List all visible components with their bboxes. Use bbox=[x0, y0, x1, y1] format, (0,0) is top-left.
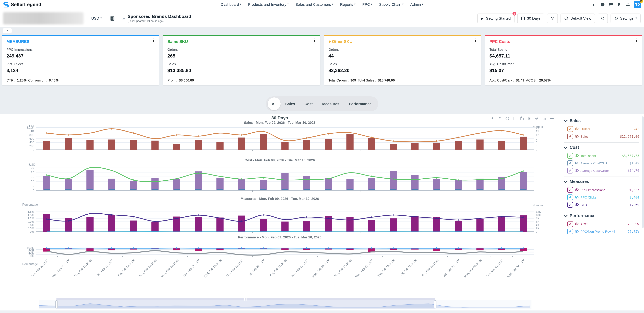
svg-text:0.9%: 0.9% bbox=[28, 220, 34, 223]
legend-item[interactable]: PPC Impressions191,027 bbox=[564, 186, 639, 193]
report-icon[interactable] bbox=[527, 116, 532, 121]
legend-item[interactable]: Sales$12,771.00 bbox=[564, 133, 639, 140]
chart-plot-sales[interactable]: 00200340066009800121K151.20K18 bbox=[20, 126, 548, 154]
legend-item-value: 191,027 bbox=[626, 188, 639, 192]
legend-section-header[interactable]: Performance bbox=[564, 213, 639, 218]
visibility-toggle-icon[interactable] bbox=[575, 161, 579, 165]
download-icon[interactable] bbox=[490, 116, 494, 121]
legend-item[interactable]: Total spent$3,587.73 bbox=[564, 152, 639, 159]
legend-item-value: $1.49 bbox=[630, 161, 639, 165]
x-axis-date-label: Fri, Feb 13, 2026 bbox=[96, 258, 114, 276]
currency-value: USD bbox=[91, 16, 99, 20]
tab-cost[interactable]: Cost bbox=[300, 97, 318, 110]
visibility-toggle-icon[interactable] bbox=[575, 168, 579, 172]
color-picker-button[interactable] bbox=[567, 202, 573, 207]
currency-select[interactable]: USD ▾ bbox=[87, 11, 106, 26]
color-picker-button[interactable] bbox=[567, 160, 573, 166]
tab-performance[interactable]: Performance bbox=[344, 97, 376, 110]
tab-all[interactable]: All bbox=[268, 97, 280, 110]
brand[interactable]: SellerLegend bbox=[0, 1, 42, 8]
filter-button[interactable] bbox=[547, 13, 558, 23]
settings-button[interactable]: ⚙ Settings ▾ bbox=[611, 13, 640, 23]
collapse-cards-button[interactable] bbox=[3, 29, 12, 33]
line-chart-icon[interactable] bbox=[535, 116, 539, 121]
expand-horizontal-icon[interactable] bbox=[550, 116, 554, 121]
kebab-menu-icon[interactable]: ⋮ bbox=[152, 38, 156, 42]
legend-item[interactable]: Average Cost/Click$1.49 bbox=[564, 159, 639, 167]
visibility-toggle-icon[interactable] bbox=[575, 188, 579, 192]
visibility-toggle-icon[interactable] bbox=[575, 203, 579, 207]
legend-item[interactable]: Average Cost/Order$14.76 bbox=[564, 167, 639, 174]
navigator-grip[interactable]: ▌▌ bbox=[244, 298, 248, 300]
nav-item-admin[interactable]: Admin▾ bbox=[410, 2, 423, 7]
card-footer-label: Conversion : bbox=[28, 79, 47, 82]
color-picker-button[interactable] bbox=[567, 194, 573, 200]
color-picker-button[interactable] bbox=[567, 153, 573, 158]
nav-item-reports[interactable]: Reports▾ bbox=[340, 2, 356, 7]
navigator-left-handle[interactable] bbox=[56, 300, 58, 308]
color-picker-button[interactable] bbox=[567, 221, 573, 227]
svg-text:8K: 8K bbox=[536, 217, 539, 220]
upload-icon[interactable] bbox=[498, 116, 502, 121]
widget-settings-button[interactable]: ⚙ bbox=[598, 13, 608, 23]
card-metric-value: 249,437 bbox=[6, 53, 155, 59]
getting-started-button[interactable]: ▶ Getting Started 1 bbox=[477, 13, 514, 23]
svg-text:15: 15 bbox=[31, 175, 34, 179]
visibility-toggle-icon[interactable] bbox=[575, 127, 579, 131]
kebab-menu-icon[interactable]: ⋮ bbox=[312, 38, 316, 42]
legend-item[interactable]: Orders243 bbox=[564, 125, 639, 133]
legend-section-header[interactable]: Sales bbox=[564, 118, 639, 123]
color-picker-button[interactable] bbox=[567, 168, 573, 173]
bell-icon[interactable] bbox=[626, 2, 630, 7]
date-range-button[interactable]: 30 Days bbox=[517, 13, 544, 23]
chart-plot-cost[interactable]: 0510152025 bbox=[20, 165, 548, 194]
color-picker-button[interactable] bbox=[567, 228, 573, 234]
bookmark-icon[interactable] bbox=[617, 2, 622, 7]
account-selector-redacted[interactable] bbox=[3, 12, 84, 24]
navigator-selection[interactable]: ▌▌ bbox=[56, 298, 435, 309]
range-navigator[interactable]: ▌▌ bbox=[39, 300, 532, 309]
color-picker-button[interactable] bbox=[567, 133, 573, 139]
chevron-down-icon: ▾ bbox=[287, 3, 289, 6]
default-view-button[interactable]: Default View bbox=[560, 13, 595, 23]
chart-plot-measures[interactable]: 0%00.3%2K0.6%4K0.9%6K1.2%8K1.5%10K1.8%12… bbox=[20, 209, 548, 236]
contrast-icon[interactable]: ◐ bbox=[592, 2, 596, 7]
color-picker-button[interactable] bbox=[567, 187, 573, 193]
nav-item-supply-chain[interactable]: Supply Chain▾ bbox=[379, 2, 404, 7]
legend-section-header[interactable]: Measures bbox=[564, 179, 639, 184]
last-updated: (Last Updated : 19 hours ago) bbox=[128, 20, 191, 23]
nav-item-ppc[interactable]: PPC▾ bbox=[362, 2, 372, 7]
card-footer-label: ACOS : bbox=[526, 79, 538, 82]
zoom-box-icon[interactable] bbox=[512, 116, 517, 121]
legend-section-title: Performance bbox=[570, 213, 596, 218]
tab-measures[interactable]: Measures bbox=[318, 97, 344, 110]
visibility-toggle-icon[interactable] bbox=[575, 195, 579, 199]
tab-sales[interactable]: Sales bbox=[280, 97, 300, 110]
help-icon[interactable]: ? bbox=[600, 2, 605, 7]
bar-chart-icon[interactable] bbox=[542, 116, 547, 121]
legend-section-header[interactable]: Cost bbox=[564, 145, 639, 150]
visibility-toggle-icon[interactable] bbox=[575, 229, 579, 233]
legend-section-title: Measures bbox=[570, 179, 589, 184]
nav-item-products-and-inventory[interactable]: Products and Inventory▾ bbox=[248, 2, 289, 7]
chat-icon[interactable] bbox=[608, 2, 613, 7]
legend-item[interactable]: PPC Clicks2,404 bbox=[564, 193, 639, 201]
nav-item-dashboard[interactable]: Dashboard▾ bbox=[221, 2, 241, 7]
user-avatar[interactable]: TDP bbox=[634, 1, 641, 8]
visibility-toggle-icon[interactable] bbox=[575, 222, 579, 226]
nav-item-sales-and-customers[interactable]: Sales and Customers▾ bbox=[296, 2, 333, 7]
undo-box-icon[interactable] bbox=[520, 116, 524, 121]
kebab-menu-icon[interactable]: ⋮ bbox=[634, 38, 638, 42]
legend-item[interactable]: PPC/Non Promo Rev. %27.75% bbox=[564, 228, 639, 235]
refresh-icon[interactable] bbox=[505, 116, 510, 121]
navigator-right-handle[interactable] bbox=[434, 300, 436, 308]
visibility-toggle-icon[interactable] bbox=[575, 134, 579, 138]
visibility-toggle-icon[interactable] bbox=[575, 154, 579, 158]
legend-scrollbar[interactable] bbox=[642, 116, 644, 228]
card-footer-value: $15,748.00 bbox=[378, 79, 395, 82]
calculator-button[interactable] bbox=[106, 11, 119, 26]
kebab-menu-icon[interactable]: ⋮ bbox=[474, 38, 478, 42]
legend-item[interactable]: ACOS28.09% bbox=[564, 220, 639, 228]
color-picker-button[interactable] bbox=[567, 126, 573, 132]
legend-item[interactable]: CTR1.26% bbox=[564, 201, 639, 208]
